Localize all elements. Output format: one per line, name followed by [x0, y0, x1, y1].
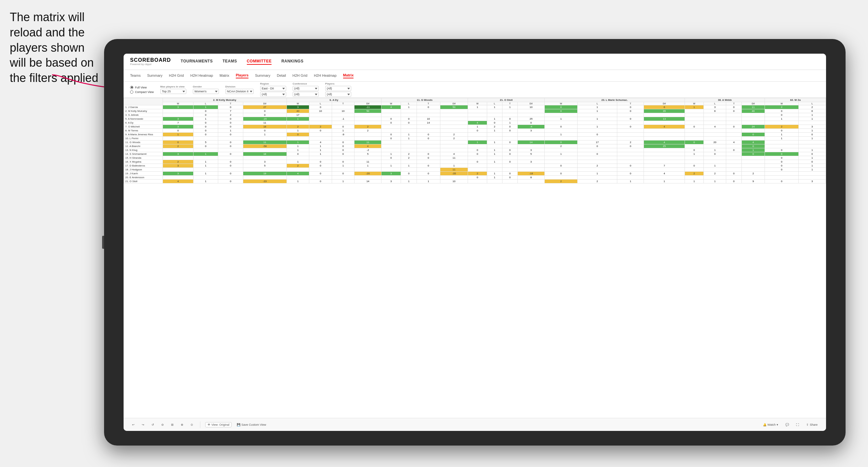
matrix-scroll[interactable]: 2. M Kelly Mulcahy 6. A Dy 11. G Woods 2…	[124, 98, 826, 418]
player-name: 18. J Hodgson	[124, 168, 163, 172]
table-row: 21. O Stoll 410-33 10114 31110 2211 1109…	[124, 180, 826, 183]
gender-select[interactable]: Women's	[193, 89, 219, 94]
watch-button[interactable]: 🔔 Watch ▾	[761, 423, 780, 427]
filter-bar: Full View Compact View Max players in vi…	[124, 82, 826, 98]
sub-h-l1: L	[193, 102, 218, 105]
nav-teams[interactable]: TEAMS	[222, 59, 237, 65]
max-players-select[interactable]: Top 25	[160, 89, 186, 94]
player-name: 6. A Dy	[124, 121, 163, 125]
reset-button[interactable]: ⊙	[189, 423, 195, 427]
table-row: 9. A Maria Jimenez Rios 1001 0-9 0102 10…	[124, 133, 826, 136]
nav-committee[interactable]: COMMITTEE	[247, 59, 272, 65]
table-row: 2. M Kelly Mulcahy 070 40101050 01035 60…	[124, 109, 826, 113]
table-row: 6. A Dy 70011 0014 4010	[124, 121, 826, 125]
sub-h-d6: Dif	[742, 102, 765, 105]
table-row: 18. J Hodgson 11 01	[124, 168, 826, 172]
players-sub-select[interactable]: (All)	[325, 92, 351, 97]
table-row: 3. S Jelinek 020 17 01	[124, 113, 826, 117]
nav-rankings[interactable]: RANKINGS	[281, 59, 303, 65]
table-row: 15. H Stranda 02011 01	[124, 156, 826, 160]
subnav-matrix1[interactable]: Matrix	[219, 73, 229, 78]
redo-button[interactable]: ↪	[140, 423, 146, 427]
col-header-ady: 6. A Dy	[286, 98, 381, 102]
player-name: 11. G Woods	[124, 141, 163, 145]
players-filter: Players (All) (All)	[325, 82, 351, 97]
player-name: 1. J Garcia	[124, 105, 163, 109]
col-header-mulcahy: 2. M Kelly Mulcahy	[163, 98, 287, 102]
table-row: 20. E Andersson 0108	[124, 176, 826, 180]
player-name: 2. M Kelly Mulcahy	[124, 109, 163, 113]
player-name: 12. A Bianchi	[124, 145, 163, 148]
view-options: Full View Compact View	[130, 86, 154, 94]
subnav-detail[interactable]: Detail	[277, 73, 286, 78]
subnav-teams[interactable]: Teams	[130, 73, 141, 78]
player-name: 15. H Stranda	[124, 156, 163, 160]
watch-icon: 🔔	[763, 423, 767, 426]
division-select[interactable]: NCAA Division II	[225, 89, 254, 94]
player-name: 20. E Andersson	[124, 176, 163, 180]
bottom-toolbar: ↩ ↪ ↺ ⊖ ⊞ ⊕ ⊙ 👁 View: Original 💾 Save Cu…	[124, 418, 826, 431]
conference-select[interactable]: (All)	[293, 86, 319, 91]
player-name: 9. A Maria Jimenez Rios	[124, 133, 163, 136]
player-name: 16. X Mcgaha	[124, 160, 163, 164]
zoom-out-button[interactable]: ⊖	[159, 423, 166, 427]
col-header-stoll: 21. O Stoll	[468, 98, 545, 102]
zoom-fit-button[interactable]: ⊞	[169, 423, 176, 427]
fullscreen-button[interactable]: ⛶	[794, 423, 801, 427]
player-name: 5. A Nomrowski	[124, 117, 163, 121]
table-row: 11. G Woods 05011 14011 11014 01724 0204…	[124, 141, 826, 145]
sub-h-w4: W	[468, 102, 487, 105]
share-icon: ⇪	[806, 423, 809, 426]
subnav-summary1[interactable]: Summary	[147, 73, 162, 78]
max-players-filter: Max players in view Top 25	[160, 85, 186, 94]
player-name: 17. D Ballesteros	[124, 164, 163, 168]
table-row: 17. D Ballesteros 3105 2011 1101 0207 01…	[124, 164, 826, 168]
save-icon: 💾	[237, 423, 240, 426]
sub-h-w2: W	[286, 102, 309, 105]
undo-button[interactable]: ↩	[130, 423, 136, 427]
players-select[interactable]: (All)	[325, 86, 351, 91]
full-view-option[interactable]: Full View	[130, 86, 154, 89]
table-row: 12. A Bianchi 200-58 1104 20025 0	[124, 145, 826, 148]
comment-button[interactable]: 💬	[783, 423, 791, 427]
table-row: 1. J Garcia 31027 30-11 41050 11110 0106…	[124, 105, 826, 109]
nav-links: TOURNAMENTS TEAMS COMMITTEE RANKINGS	[181, 59, 819, 65]
gender-filter: Gender Women's	[193, 85, 219, 94]
sub-h-d2: Dif	[354, 102, 381, 105]
annotation-text: The matrix will reload and the players s…	[10, 10, 101, 86]
save-custom-button[interactable]: 💾 Save Custom View	[235, 423, 268, 427]
subnav-h2h-grid2[interactable]: H2H Grid	[292, 73, 307, 78]
player-name: 14. S Srichantamit	[124, 152, 163, 156]
sub-h-l3: L	[401, 102, 416, 105]
subnav-players[interactable]: Players	[236, 73, 248, 79]
nav-tournaments[interactable]: TOURNAMENTS	[181, 59, 213, 65]
subnav-h2h-heatmap2[interactable]: H2H Heatmap	[314, 73, 337, 78]
full-view-radio[interactable]	[130, 86, 133, 89]
player-name: 19. J Karrh	[124, 172, 163, 176]
sub-h-t6: T	[726, 102, 742, 105]
tablet-screen: SCOREBOARD Powered by clippd TOURNAMENTS…	[124, 54, 826, 431]
sub-h-l4: L	[487, 102, 502, 105]
compact-view-option[interactable]: Compact View	[130, 90, 154, 94]
subnav-h2h-heatmap1[interactable]: H2H Heatmap	[190, 73, 213, 78]
player-name: 3. S Jelinek	[124, 113, 163, 117]
view-original-button[interactable]: 👁 View: Original	[205, 422, 231, 427]
region-select[interactable]: East - DII	[260, 86, 286, 91]
subnav-matrix2[interactable]: Matrix	[343, 73, 353, 79]
subnav-h2h-grid1[interactable]: H2H Grid	[169, 73, 184, 78]
zoom-in-button[interactable]: ⊕	[179, 423, 185, 427]
sub-h-w3: W	[381, 102, 401, 105]
player-name: 7. O Mitchell	[124, 125, 163, 129]
logo-subtitle: Powered by clippd	[130, 63, 171, 66]
region-sub-select[interactable]: (All)	[260, 92, 286, 97]
sub-h-l2: L	[309, 102, 332, 105]
conference-sub-select[interactable]: (All)	[293, 92, 319, 97]
compact-view-radio[interactable]	[130, 90, 133, 94]
subnav-summary2[interactable]: Summary	[255, 73, 270, 78]
tablet-side-button	[102, 236, 104, 249]
sub-h-t3: T	[416, 102, 440, 105]
share-button[interactable]: ⇪ Share	[804, 423, 819, 427]
sub-h-t1: T	[218, 102, 243, 105]
sub-h-t5: T	[617, 102, 644, 105]
refresh-button[interactable]: ↺	[150, 423, 156, 427]
